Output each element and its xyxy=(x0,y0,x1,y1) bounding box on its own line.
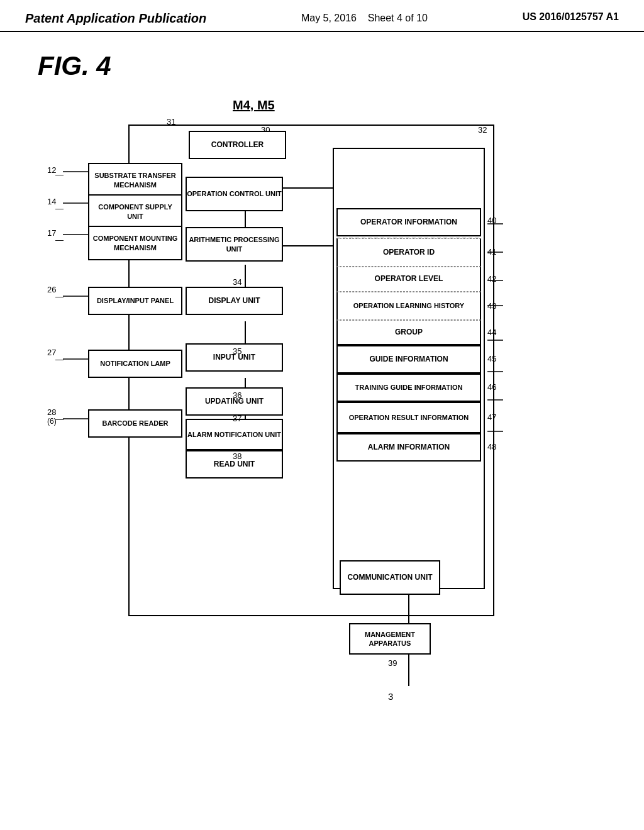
ref-32: 32 xyxy=(478,125,487,135)
ref-37: 37 xyxy=(233,414,242,423)
ref-3: 3 xyxy=(388,691,393,702)
ref-34: 34 xyxy=(233,277,242,287)
diagram-area: FIG. 4 M4, M5 31 30 32 CONTROLLER SUBSTR… xyxy=(0,32,644,805)
training-guide-box: TRAINING GUIDE INFORMATION xyxy=(336,374,481,402)
ref-39: 39 xyxy=(388,658,397,668)
ref-48: 48 xyxy=(487,442,496,451)
operator-id-box: OPERATOR ID xyxy=(336,238,481,267)
page-header: Patent Application Publication May 5, 20… xyxy=(0,0,644,32)
ref-31: 31 xyxy=(167,117,175,126)
guide-information-box: GUIDE INFORMATION xyxy=(336,345,481,374)
ref-28-dash: — xyxy=(55,414,64,424)
display-unit-box: DISPLAY UNIT xyxy=(186,287,283,315)
ref-40: 40 xyxy=(487,216,496,225)
ref-41: 41 xyxy=(487,247,496,257)
ref-47: 47 xyxy=(487,412,496,422)
substrate-transfer-box: SUBSTRATE TRANSFER MECHANISM xyxy=(88,163,182,197)
date-label: May 5, 2016 xyxy=(301,13,357,23)
ref-27-dash: — xyxy=(55,355,64,364)
management-apparatus-box: MANAGEMENT APPARATUS xyxy=(349,623,431,655)
ref-43: 43 xyxy=(487,301,496,311)
component-mounting-box: COMPONENT MOUNTING MECHANISM xyxy=(88,226,182,260)
header-center: May 5, 2016 Sheet 4 of 10 xyxy=(301,11,428,25)
ref-36: 36 xyxy=(233,390,242,400)
operation-result-box: OPERATION RESULT INFORMATION xyxy=(336,402,481,433)
barcode-reader-box: BARCODE READER xyxy=(88,409,182,438)
ref-42: 42 xyxy=(487,274,496,284)
ref-46: 46 xyxy=(487,382,496,392)
publication-label: Patent Application Publication xyxy=(25,11,206,26)
group-box: GROUP xyxy=(336,320,481,345)
ref-26-dash: — xyxy=(55,292,64,301)
notification-lamp-box: NOTIFICATION LAMP xyxy=(88,350,182,378)
operator-information-box: OPERATOR INFORMATION xyxy=(336,208,481,236)
ref-17-dash: — xyxy=(55,235,64,245)
patent-number: US 2016/0125757 A1 xyxy=(523,11,619,23)
controller-box: CONTROLLER xyxy=(189,131,286,159)
sheet-label: Sheet 4 of 10 xyxy=(368,13,428,23)
ref-14-dash: — xyxy=(55,204,64,213)
operator-level-box: OPERATOR LEVEL xyxy=(336,267,481,292)
arithmetic-box: ARITHMETIC PROCESSING UNIT xyxy=(186,227,283,262)
m-label: M4, M5 xyxy=(233,98,275,113)
ref-45: 45 xyxy=(487,354,496,363)
ref-38: 38 xyxy=(233,451,242,461)
operation-control-box: OPERATION CONTROL UNIT xyxy=(186,177,283,211)
ref-12-dash: — xyxy=(55,170,64,179)
component-supply-box: COMPONENT SUPPLY UNIT xyxy=(88,194,182,229)
communication-unit-box: COMMUNICATION UNIT xyxy=(340,560,440,595)
operation-learning-box: OPERATION LEARNING HISTORY xyxy=(336,292,481,320)
alarm-information-box: ALARM INFORMATION xyxy=(336,433,481,462)
ref-35: 35 xyxy=(233,346,242,356)
alarm-notification-box: ALARM NOTIFICATION UNIT xyxy=(186,419,283,450)
figure-label: FIG. 4 xyxy=(38,51,111,81)
display-input-panel-box: DISPLAY/INPUT PANEL xyxy=(88,287,182,315)
ref-44: 44 xyxy=(487,328,496,337)
